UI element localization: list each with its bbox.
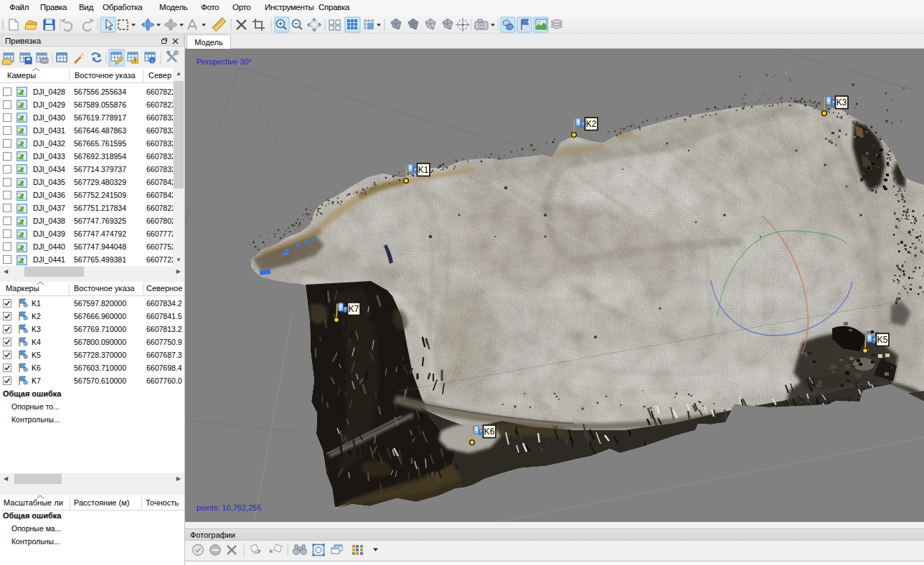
svg-text:K3: K3	[836, 98, 847, 108]
svg-text:i: i	[151, 58, 153, 64]
svg-text:K7: K7	[349, 304, 359, 314]
svg-text:K5: K5	[877, 335, 888, 345]
svg-text:points: 10,752,255: points: 10,752,255	[197, 503, 262, 512]
svg-text:K1: K1	[418, 165, 429, 175]
svg-text:Perspective 30°: Perspective 30°	[197, 57, 252, 66]
svg-text:K6: K6	[484, 427, 495, 437]
svg-text:K2: K2	[586, 119, 597, 129]
